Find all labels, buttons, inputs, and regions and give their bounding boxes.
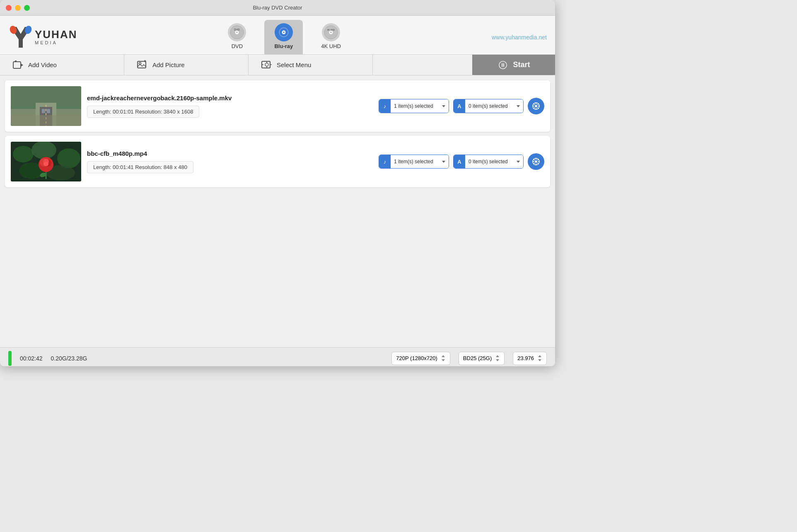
bluray-label: Blu-ray <box>274 43 293 49</box>
add-video-label: Add Video <box>28 61 57 68</box>
resolution-up[interactable] <box>441 354 446 358</box>
chevron-up-icon <box>442 355 445 357</box>
svg-line-45 <box>537 107 539 109</box>
subtitle-dropdown-1[interactable]: 0 item(s) selected <box>465 99 523 113</box>
disc-down[interactable] <box>495 358 500 363</box>
maximize-button[interactable] <box>24 5 30 11</box>
video-thumbnail-1 <box>11 86 81 126</box>
disc-stepper[interactable] <box>495 354 500 363</box>
logo-area: YUHAN MEDIA <box>8 25 77 50</box>
minimize-button[interactable] <box>15 5 21 11</box>
subtitle-select-2[interactable]: A 0 item(s) selected <box>453 155 524 169</box>
chevron-down-icon <box>442 105 445 107</box>
resolution-select[interactable]: 720P (1280x720) <box>391 352 450 365</box>
status-bar: 00:02:42 0.20G/23.28G 720P (1280x720) BD… <box>0 347 555 366</box>
subtitle-dropdown-2[interactable]: 0 item(s) selected <box>465 155 523 168</box>
svg-rect-35 <box>47 109 50 113</box>
logo-media: MEDIA <box>35 41 77 45</box>
svg-line-68 <box>537 163 539 164</box>
start-button[interactable]: Start <box>472 55 555 75</box>
video-info-1: emd-jackreachernevergoback.2160p-sample.… <box>87 94 373 118</box>
audio-select-1[interactable]: ♪ 1 item(s) selected <box>379 99 449 113</box>
audio-dropdown-1[interactable]: 1 item(s) selected <box>391 99 449 113</box>
resolution-stepper[interactable] <box>441 354 446 363</box>
video-controls-1: ♪ 1 item(s) selected A 0 item(s) selecte… <box>379 98 544 114</box>
subtitle-select-1[interactable]: A 0 item(s) selected <box>453 99 524 113</box>
video-length-1: Length: 00:01:01 <box>93 109 134 115</box>
subtitle-badge-1: A <box>454 99 465 113</box>
tab-bluray[interactable]: Blu-ray <box>264 20 303 54</box>
svg-line-67 <box>534 159 535 160</box>
svg-marker-16 <box>21 63 23 67</box>
toolbar: Add Video Add Picture Select Menu <box>0 55 555 75</box>
video-settings-button-1[interactable] <box>528 98 544 114</box>
header: YUHAN MEDIA DVD DVD <box>0 16 555 55</box>
4kuhd-icon: 4K UHD <box>322 23 340 41</box>
video-item: emd-jackreachernevergoback.2160p-sample.… <box>5 80 550 132</box>
video-item: bbc-cfb_m480p.mp4 Length: 00:01:41 Resol… <box>5 136 550 187</box>
title-bar: Blu-ray DVD Creator <box>0 0 555 16</box>
audio-badge-2: ♪ <box>379 155 391 168</box>
add-picture-icon <box>137 59 148 71</box>
logo-text: YUHAN MEDIA <box>35 29 77 45</box>
resolution-value: 720P (1280x720) <box>396 355 437 361</box>
logo-icon <box>8 25 33 50</box>
svg-rect-37 <box>11 115 81 126</box>
chevron-up-icon <box>538 355 541 357</box>
fps-down[interactable] <box>537 358 542 363</box>
fps-value: 23.976 <box>517 355 534 361</box>
svg-rect-19 <box>138 61 146 68</box>
svg-rect-34 <box>42 109 45 113</box>
video-meta-1: Length: 00:01:01 Resolution: 3840 x 1608 <box>87 106 199 118</box>
tab-4kuhd[interactable]: 4K UHD 4K UHD <box>311 20 351 54</box>
disc-select[interactable]: BD25 (25G) <box>459 352 505 365</box>
fps-stepper[interactable] <box>537 354 542 363</box>
disc-up[interactable] <box>495 354 500 358</box>
video-length-2: Length: 00:01:41 <box>93 164 134 170</box>
svg-point-58 <box>43 162 48 166</box>
audio-badge-1: ♪ <box>379 99 391 113</box>
video-settings-button-2[interactable] <box>528 153 544 170</box>
video-name-1: emd-jackreachernevergoback.2160p-sample.… <box>87 94 373 102</box>
progress-fill <box>8 351 12 366</box>
close-button[interactable] <box>6 5 12 11</box>
svg-line-46 <box>537 104 539 105</box>
format-tabs: DVD DVD Blu-ray <box>218 20 350 54</box>
chevron-down-icon <box>538 359 541 361</box>
select-menu-icon <box>261 59 273 71</box>
audio-dropdown-2[interactable]: 1 item(s) selected <box>391 155 449 168</box>
dvd-label: DVD <box>232 43 243 49</box>
video-controls-2: ♪ 1 item(s) selected A 0 item(s) selecte… <box>379 153 544 170</box>
add-picture-button[interactable]: Add Picture <box>124 55 249 75</box>
start-icon <box>497 59 509 71</box>
fps-select[interactable]: 23.976 <box>513 352 547 365</box>
video-resolution-1: Resolution: 3840 x 1608 <box>135 109 193 115</box>
add-video-button[interactable]: Add Video <box>0 55 124 75</box>
resolution-down[interactable] <box>441 358 446 363</box>
website-link[interactable]: www.yuhanmedia.net <box>492 34 547 41</box>
chevron-down-icon <box>442 161 445 163</box>
4kuhd-label: 4K UHD <box>321 43 341 49</box>
fps-up[interactable] <box>537 354 542 358</box>
disc-value: BD25 (25G) <box>463 355 492 361</box>
status-size: 0.20G/23.28G <box>51 355 87 362</box>
video-thumbnail-2 <box>11 142 81 181</box>
select-menu-button[interactable]: Select Menu <box>249 55 373 75</box>
svg-point-29 <box>499 61 507 68</box>
status-time: 00:02:42 <box>20 355 43 362</box>
audio-select-2[interactable]: ♪ 1 item(s) selected <box>379 155 449 169</box>
svg-point-13 <box>330 31 332 33</box>
video-resolution-2: Resolution: 848 x 480 <box>135 164 187 170</box>
chevron-down-icon <box>496 359 499 361</box>
chevron-down-icon <box>442 359 445 361</box>
svg-line-47 <box>534 107 535 109</box>
progress-bar <box>8 351 12 366</box>
tab-dvd[interactable]: DVD DVD <box>218 20 256 54</box>
window-title: Blu-ray DVD Creator <box>253 5 302 11</box>
main-content: emd-jackreachernevergoback.2160p-sample.… <box>0 75 555 347</box>
svg-line-44 <box>534 104 535 105</box>
svg-text:4K UHD: 4K UHD <box>327 29 335 31</box>
svg-line-70 <box>534 163 535 164</box>
logo-yuhan: YUHAN <box>35 29 77 40</box>
svg-point-49 <box>13 146 34 162</box>
